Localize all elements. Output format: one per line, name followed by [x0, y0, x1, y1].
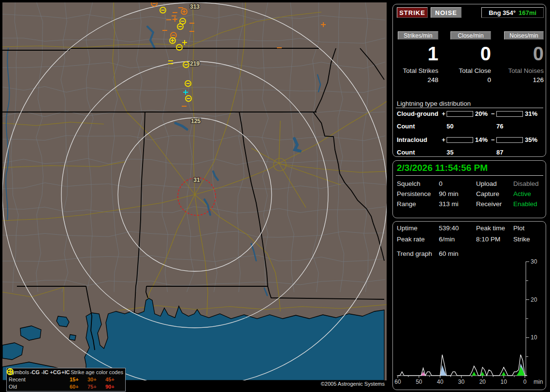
- legend-col-cg-pos: +CG: [50, 369, 60, 376]
- state-boundaries: [2, 48, 384, 350]
- age-code: 45+: [105, 376, 123, 383]
- bearing-distance: 167mi: [519, 9, 536, 16]
- svg-text:40: 40: [437, 378, 444, 385]
- symbol-legend: Symbols -CG -IC +CG +IC Strike age color…: [6, 368, 126, 392]
- legend-row-recent: Recent15+30+45+: [9, 376, 123, 383]
- lightning-strike-symbols: [151, 2, 326, 106]
- legend-col-ic-pos: +IC: [60, 369, 71, 376]
- cg-negative-percent: 31%: [525, 110, 537, 117]
- age-code: 75+: [87, 383, 105, 391]
- ic-positive-count: 35: [447, 149, 453, 156]
- map-canvas: 31321912531: [2, 2, 387, 380]
- ic-negative-count: 87: [496, 149, 503, 156]
- noises-rate-value: 0: [498, 43, 544, 65]
- total-strikes-label: Total Strikes: [393, 67, 438, 74]
- legend-col-cg-neg: -CG: [30, 369, 40, 376]
- noise-mode-button[interactable]: NOISE: [431, 7, 462, 18]
- clock-divider: [396, 175, 543, 176]
- capture-label: Capture: [476, 190, 499, 197]
- strikes-per-min-chip[interactable]: Strikes/min: [398, 31, 438, 40]
- trend-panel: Uptime 539:40 Peak time Plot Peak rate 6…: [392, 221, 546, 390]
- series-intracloud-negative: [398, 366, 527, 376]
- bearing-label: Bng 354°: [489, 9, 516, 16]
- rivers-lakes: [6, 27, 320, 295]
- strike-mode-button[interactable]: STRIKE: [397, 7, 428, 18]
- svg-text:31: 31: [193, 177, 200, 183]
- receiver-label: Receiver: [476, 200, 502, 208]
- age-code: 90+: [105, 383, 123, 391]
- svg-text:30: 30: [458, 378, 465, 385]
- cg-positive-bar: [447, 111, 473, 117]
- total-noises-label: Total Noises: [498, 67, 544, 74]
- plus-sign: +: [442, 110, 446, 117]
- intracloud-label: Intracloud: [397, 136, 427, 143]
- svg-text:20: 20: [479, 378, 486, 385]
- legend-row-label: Recent: [9, 376, 29, 383]
- squelch-value: 0: [439, 180, 443, 187]
- close-rate-value: 0: [445, 43, 491, 65]
- age-code: 30+: [87, 376, 105, 383]
- highways: [2, 2, 387, 315]
- strikes-rate-value: 1: [393, 43, 438, 65]
- series-strike-rate-total: [398, 355, 527, 376]
- legend-col-ic-neg: -IC: [40, 369, 50, 376]
- strike-rate-trend-chart: 6050403020100min102030: [393, 222, 546, 389]
- ic-positive-percent: 14%: [475, 136, 488, 143]
- bearing-indicator[interactable]: Bng 354° 167mi: [481, 7, 544, 18]
- app-window: { "toolbar": { "strike_label": "STRIKE",…: [0, 0, 550, 392]
- distribution-divider: [396, 108, 543, 108]
- legend-age-header: Strike age color codes: [71, 369, 123, 376]
- total-close-label: Total Close: [445, 67, 491, 74]
- cloud-ground-label: Cloud-ground: [397, 110, 438, 117]
- capture-status: Active: [513, 190, 531, 197]
- distribution-header: Lightning type distribution: [397, 100, 471, 107]
- intracloud-row: Intracloud + 14% − 35%: [393, 136, 546, 144]
- legend-row-old: Old60+75+90+: [9, 383, 123, 391]
- count-label: Count: [397, 149, 415, 156]
- intracloud-count-row: Count 35 87: [393, 149, 546, 156]
- strike-counters-panel: STRIKE NOISE Bng 354° 167mi Strikes/min …: [392, 4, 546, 157]
- svg-text:10: 10: [531, 334, 537, 341]
- svg-text:60: 60: [394, 378, 401, 385]
- svg-text:30: 30: [531, 258, 537, 265]
- legend-row-label: Old: [9, 383, 29, 391]
- cloud-ground-row: Cloud-ground + 20% − 31%: [393, 110, 546, 118]
- persistence-label: Persistence: [397, 190, 431, 197]
- range-value: 313 mi: [439, 200, 459, 208]
- plus-sign: +: [442, 136, 446, 143]
- status-panel: 2/3/2026 11:54:56 PM Squelch 0 Upload Di…: [392, 160, 546, 218]
- series-cloud-ground-negative: [398, 364, 527, 376]
- svg-text:10: 10: [500, 378, 507, 385]
- persistence-value: 90 min: [439, 190, 459, 197]
- svg-text:50: 50: [416, 378, 422, 385]
- cg-negative-count: 76: [496, 123, 503, 130]
- lightning-map[interactable]: 31321912531 Symbols -CG -IC +CG +IC Stri…: [2, 2, 387, 380]
- cg-positive-count: 50: [447, 123, 453, 130]
- upload-label: Upload: [476, 180, 497, 187]
- total-noises-value: 126: [498, 76, 544, 84]
- squelch-label: Squelch: [397, 180, 420, 187]
- ic-negative-bar: [496, 137, 523, 143]
- count-label: Count: [397, 123, 415, 130]
- ic-negative-percent: 35%: [525, 136, 537, 143]
- copyright-text: ©2005 Astrogenic Systems: [321, 381, 385, 387]
- clock: 2/3/2026 11:54:56 PM: [397, 163, 488, 173]
- noises-per-min-chip[interactable]: Noises/min: [504, 31, 544, 40]
- svg-text:125: 125: [191, 118, 201, 125]
- upload-status: Disabled: [513, 180, 539, 187]
- range-label: Range: [397, 200, 416, 208]
- age-code: 15+: [70, 376, 87, 383]
- close-per-min-chip[interactable]: Close/min: [450, 31, 491, 40]
- receiver-status: Enabled: [513, 200, 537, 208]
- svg-text:20: 20: [531, 296, 537, 303]
- svg-text:0: 0: [523, 378, 527, 385]
- cg-positive-percent: 20%: [475, 110, 488, 117]
- total-close-value: 0: [445, 76, 491, 84]
- total-strikes-value: 248: [393, 76, 438, 84]
- minus-sign: −: [491, 110, 495, 117]
- minus-sign: −: [491, 136, 495, 143]
- svg-text:min: min: [534, 378, 543, 385]
- cg-negative-bar: [496, 111, 523, 117]
- ic-positive-bar: [447, 137, 473, 143]
- cloud-ground-count-row: Count 50 76: [393, 123, 546, 130]
